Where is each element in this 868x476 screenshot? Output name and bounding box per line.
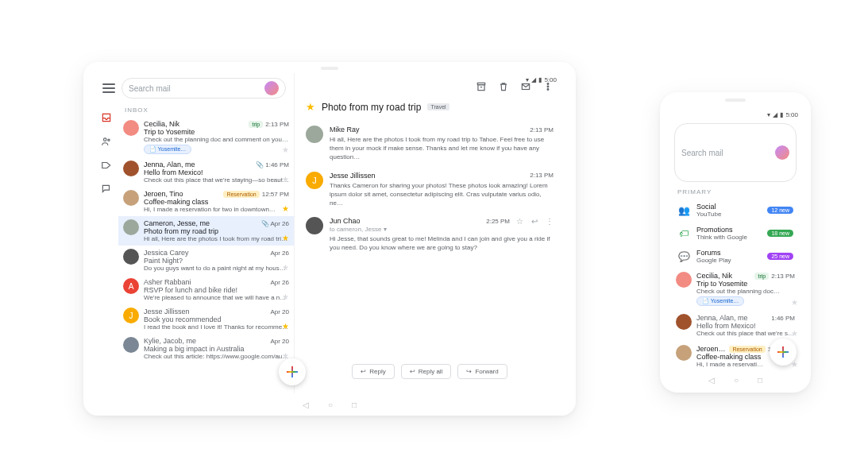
badge: 18 new xyxy=(767,230,793,237)
back-icon[interactable]: ◁ xyxy=(303,401,309,409)
thread-item[interactable]: Cecilia, Niktrip2:13 PM Trip to Yosemite… xyxy=(668,268,803,310)
svg-point-5 xyxy=(547,83,549,85)
conversation-subject: Photo from my road trip xyxy=(322,102,421,113)
more-icon[interactable] xyxy=(542,81,554,95)
star-icon[interactable]: ★ xyxy=(282,175,289,184)
category-icon: 🏷 xyxy=(677,227,690,240)
phone-speaker xyxy=(725,99,746,102)
home-icon[interactable]: ○ xyxy=(328,401,333,409)
star-icon[interactable]: ★ xyxy=(282,234,289,242)
compose-fab[interactable] xyxy=(279,358,306,385)
account-avatar[interactable] xyxy=(775,145,789,160)
star-icon[interactable]: ★ xyxy=(282,292,289,301)
android-nav: ◁ ○ □ xyxy=(660,373,811,386)
compose-fab[interactable] xyxy=(770,339,797,366)
thread-item[interactable]: A Asher RabbaniApr 26 RSVP for lunch and… xyxy=(118,275,294,304)
search-input[interactable]: Search mail xyxy=(674,123,797,182)
svg-point-6 xyxy=(547,86,549,87)
category-icon: 👥 xyxy=(677,204,690,217)
star-icon[interactable]: ★ xyxy=(282,204,289,213)
reply-button[interactable]: ↩ Reply xyxy=(352,364,394,379)
recent-icon[interactable]: □ xyxy=(758,376,762,385)
section-label: PRIMARY xyxy=(668,185,803,199)
menu-icon[interactable] xyxy=(102,83,115,93)
message[interactable]: Mike Ray 2:13 PM Hi all, Here are the ph… xyxy=(306,121,554,167)
thread-item[interactable]: Kylie, Jacob, meApr 20 Making a big impa… xyxy=(118,334,294,363)
star-icon[interactable]: ★ xyxy=(791,329,798,338)
reply-icon[interactable]: ↩ xyxy=(531,217,538,226)
android-nav: ◁ ○ □ xyxy=(83,398,576,411)
reply-all-button[interactable]: ↩ Reply all xyxy=(401,364,452,379)
back-icon[interactable]: ◁ xyxy=(708,376,715,385)
conversation-pane: ★ Photo from my road trip Travel Mike Ra… xyxy=(295,73,565,393)
recent-icon[interactable]: □ xyxy=(352,401,357,409)
thread-list: INBOX Cecilia, Niktrip2:13 PM Trip to Yo… xyxy=(118,103,294,393)
star-icon[interactable]: ★ xyxy=(306,101,315,113)
tag-icon[interactable] xyxy=(100,159,113,172)
forum-icon[interactable] xyxy=(100,183,113,195)
svg-point-0 xyxy=(104,138,107,141)
star-icon[interactable]: ★ xyxy=(282,322,289,331)
inbox-icon[interactable] xyxy=(100,111,113,124)
thread-item[interactable]: Cameron, Jesse, me📎 Apr 26 Photo from my… xyxy=(118,216,294,246)
category-promotions[interactable]: 🏷 PromotionsThink with Google 18 new xyxy=(668,222,803,245)
category-social[interactable]: 👥 SocialYouTube 12 new xyxy=(668,199,803,222)
svg-point-1 xyxy=(108,139,110,141)
thread-item[interactable]: Jeroen, TinoReservation12:57 PM Coffee-m… xyxy=(118,187,294,216)
status-bar: ▾ ◢ ▮ 5:00 xyxy=(668,110,803,120)
star-icon[interactable]: ★ xyxy=(282,263,289,272)
star-icon[interactable]: ☆ xyxy=(516,217,523,226)
message[interactable]: J Jesse Jillissen 2:13 PM Thanks Cameron… xyxy=(306,167,554,213)
search-placeholder: Search mail xyxy=(681,149,723,157)
account-avatar[interactable] xyxy=(264,81,279,95)
status-time: 5:00 xyxy=(785,111,798,118)
message[interactable]: Jun Chao 2:25 PM ☆↩⋮ to cameron, Jesse ▾… xyxy=(306,212,554,257)
tablet-speaker xyxy=(321,67,338,70)
thread-item[interactable]: Jenna, Alan, me1:46 PM Hello from Mexico… xyxy=(668,310,803,341)
signal-icon: ◢ xyxy=(773,111,777,118)
category-forums[interactable]: 💬 ForumsGoogle Play 25 new xyxy=(668,245,803,268)
delete-icon[interactable] xyxy=(498,81,509,95)
archive-icon[interactable] xyxy=(476,81,487,95)
search-placeholder: Search mail xyxy=(129,84,171,93)
nav-rail xyxy=(95,103,118,393)
section-label: INBOX xyxy=(118,103,294,117)
home-icon[interactable]: ○ xyxy=(734,376,739,385)
search-input[interactable]: Search mail xyxy=(122,78,286,99)
badge: 25 new xyxy=(767,253,793,260)
category-icon: 💬 xyxy=(677,250,690,263)
thread-item[interactable]: Jessica CareyApr 26 Paint Night? Do you … xyxy=(118,246,294,275)
wifi-icon: ▾ xyxy=(767,111,770,118)
battery-icon: ▮ xyxy=(780,111,783,118)
phone-screen: ▾ ◢ ▮ 5:00 Search mail PRIMARY 👥 SocialY… xyxy=(668,110,803,372)
conversation-label[interactable]: Travel xyxy=(427,103,449,110)
phone-device: ▾ ◢ ▮ 5:00 Search mail PRIMARY 👥 SocialY… xyxy=(660,92,811,393)
forward-button[interactable]: ↪ Forward xyxy=(457,364,507,379)
more-icon[interactable]: ⋮ xyxy=(546,217,554,226)
people-icon[interactable] xyxy=(100,135,113,148)
thread-item[interactable]: Jenna, Alan, me📎 1:46 PM Hello from Mexi… xyxy=(118,157,294,187)
star-icon[interactable]: ★ xyxy=(791,298,798,307)
tablet-screen: ▾ ◢ ▮ 5:00 Search mail xyxy=(95,73,565,393)
svg-point-7 xyxy=(547,89,549,91)
tablet-device: ▾ ◢ ▮ 5:00 Search mail xyxy=(83,62,576,416)
star-icon[interactable]: ★ xyxy=(282,145,289,154)
mail-icon[interactable] xyxy=(520,81,531,95)
thread-item[interactable]: Cecilia, Niktrip2:13 PM Trip to Yosemite… xyxy=(118,117,294,157)
left-column: Search mail INBOX Cecilia, Niktr xyxy=(95,73,295,393)
thread-item[interactable]: J Jesse JillissenApr 20 Book you recomme… xyxy=(118,304,294,334)
badge: 12 new xyxy=(767,207,793,214)
